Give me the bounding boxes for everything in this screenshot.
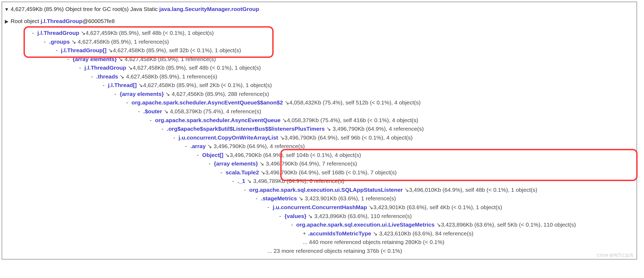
collapse-toggle[interactable]: -: [56, 46, 59, 55]
tree-row[interactable]: - Object[] ↘3,496,790Kb (64.9%), self 10…: [4, 151, 634, 160]
node-name[interactable]: org.apache.spark.scheduler.AsyncEventQue…: [132, 99, 283, 106]
node-name[interactable]: j.l.ThreadGroup: [85, 65, 126, 71]
node-name[interactable]: .org$apache$spark$util$ListenerBus$$list…: [167, 126, 325, 132]
collapse-toggle[interactable]: -: [173, 133, 177, 142]
tree-row[interactable]: - .$outer ↘ 4,058,379Kb (75.4%), 4 refer…: [4, 107, 634, 116]
collapse-toggle[interactable]: -: [91, 72, 95, 81]
tree-row[interactable]: ... 23 more referenced objects retaining…: [4, 247, 634, 256]
node-name[interactable]: j.u.concurrent.ConcurrentHashMap: [273, 204, 367, 210]
collapse-toggle[interactable]: -: [256, 194, 259, 203]
collapse-toggle[interactable]: -: [138, 107, 142, 116]
tree-row[interactable]: + .accumIdsToMetricType ↘ 3,423,610Kb (6…: [4, 229, 634, 238]
node-detail: ↘3,423,901Kb (63.6%), self 4Kb (< 0.1%),…: [367, 204, 502, 210]
node-name[interactable]: .accumIdsToMetricType: [308, 230, 371, 236]
tree-row[interactable]: - .stageMetrics ↘ 3,423,901Kb (63.6%), 1…: [4, 194, 634, 203]
node-name[interactable]: .$outer: [143, 108, 162, 114]
root-id: @600057fe8: [82, 18, 115, 24]
collapse-toggle[interactable]: -: [114, 90, 118, 99]
root-class-link[interactable]: j.l.ThreadGroup: [41, 18, 82, 24]
node-detail: ↘4,627,458Kb (85.9%), self 2Kb (< 0.1%),…: [137, 82, 272, 88]
collapse-toggle[interactable]: -: [32, 29, 36, 37]
header-percent: (85.9%): [44, 6, 64, 12]
collapse-toggle[interactable]: -: [44, 37, 48, 46]
collapse-toggle[interactable]: -: [197, 151, 201, 160]
tree-row[interactable]: ... 440 more referenced objects retainin…: [4, 238, 634, 247]
collapse-toggle[interactable]: -: [209, 159, 212, 168]
tree-row[interactable]: - {array elements} ↘ 4,627,458Kb (85.9%)…: [4, 55, 634, 64]
tree-row[interactable]: - j.l.ThreadGroup[] ↘4,627,458Kb (85.9%)…: [4, 46, 634, 55]
tree-row[interactable]: - j.u.concurrent.CopyOnWriteArrayList ↘3…: [4, 133, 634, 142]
header-label: Object tree for GC root(s) Java Static: [65, 6, 158, 12]
tree-row[interactable]: - .groups ↘ 4,627,458Kb (85.9%), 1 refer…: [4, 37, 634, 46]
tree-row[interactable]: - org.apache.spark.scheduler.AsyncEventQ…: [4, 116, 634, 125]
tree-row[interactable]: - scala.Tuple2 ↘3,496,790Kb (64.9%), sel…: [4, 168, 634, 177]
root-label: Root object: [11, 18, 39, 24]
node-detail: ↘ 4,058,379Kb (75.4%), 4 reference(s): [162, 108, 261, 114]
node-detail: ↘ 3,423,901Kb (63.6%), 1 reference(s): [297, 195, 396, 201]
node-detail: ↘ 3,423,610Kb (63.6%), 84 reference(s): [371, 230, 473, 236]
node-name[interactable]: .groups: [49, 39, 70, 45]
node-detail: ↘4,058,379Kb (75.4%), self 416b (< 0.1%)…: [281, 117, 418, 123]
node-name[interactable]: j.l.Thread[]: [108, 82, 137, 88]
header-root-link[interactable]: java.lang.SecurityManager.rootGroup: [159, 6, 259, 12]
tree-row[interactable]: - {array elements} ↘ 4,627,456Kb (85.9%)…: [4, 90, 634, 99]
node-name[interactable]: .array: [190, 143, 206, 149]
node-name[interactable]: Object[]: [202, 152, 223, 158]
collapse-toggle[interactable]: -: [162, 125, 165, 133]
collapse-toggle[interactable]: -: [244, 186, 248, 194]
tree-row[interactable]: - org.apache.spark.sql.execution.ui.Live…: [4, 220, 634, 229]
tree-row[interactable]: - j.l.ThreadGroup ↘4,627,458Kb (85.9%), …: [4, 63, 634, 72]
tree-row[interactable]: - j.l.Thread[] ↘4,627,458Kb (85.9%), sel…: [4, 81, 634, 90]
collapse-toggle[interactable]: -: [150, 116, 154, 125]
tree-row[interactable]: - {array elements} ↘ 3,496,790Kb (64.9%)…: [4, 159, 634, 168]
root-object-row[interactable]: ▶ Root object j.l.ThreadGroup@600057fe8: [4, 17, 634, 26]
tree-row[interactable]: - org.apache.spark.sql.execution.ui.SQLA…: [4, 186, 634, 194]
node-name[interactable]: j.l.ThreadGroup[]: [61, 47, 106, 53]
node-detail: ↘ 4,627,458Kb (85.9%), 1 reference(s): [118, 73, 217, 80]
collapse-toggle[interactable]: -: [279, 212, 283, 221]
tree-row[interactable]: - .array ↘ 3,496,790Kb (64.9%), 4 refere…: [4, 142, 634, 151]
node-detail: ↘ 4,627,458Kb (85.9%), 1 reference(s): [117, 56, 216, 62]
collapse-icon[interactable]: ▼: [4, 6, 9, 13]
node-name[interactable]: {array elements}: [73, 56, 117, 62]
node-name[interactable]: scala.Tuple2: [226, 169, 259, 175]
node-detail: ↘3,496,790Kb (64.9%), self 96b (< 0.1%),…: [278, 134, 413, 141]
collapse-toggle[interactable]: -: [232, 177, 236, 186]
tree-row[interactable]: - .org$apache$spark$util$ListenerBus$$li…: [4, 125, 634, 133]
header-row[interactable]: ▼ 4,627,459Kb (85.9%) Object tree for GC…: [4, 5, 634, 14]
tree-row[interactable]: - org.apache.spark.scheduler.AsyncEventQ…: [4, 98, 634, 107]
collapse-toggle[interactable]: -: [291, 220, 295, 229]
tree-row[interactable]: - .threads ↘ 4,627,458Kb (85.9%), 1 refe…: [4, 72, 634, 81]
collapse-toggle[interactable]: -: [185, 142, 189, 151]
node-name[interactable]: .threads: [96, 73, 118, 80]
node-name[interactable]: ._1: [237, 178, 245, 184]
node-detail: ↘4,058,432Kb (75.4%), self 512b (< 0.1%)…: [283, 99, 421, 106]
collapse-toggle[interactable]: -: [67, 55, 71, 64]
node-name[interactable]: org.apache.spark.sql.execution.ui.LiveSt…: [296, 221, 435, 228]
node-detail: ↘ 3,496,789Kb (64.9%), 6 reference(s): [245, 178, 344, 184]
node-detail: ↘ 3,496,790Kb (64.9%), 4 reference(s): [206, 143, 305, 149]
collapse-toggle[interactable]: -: [126, 98, 130, 107]
expand-icon[interactable]: ▶: [4, 18, 9, 25]
node-detail: ↘ 4,627,456Kb (85.9%), 288 reference(s): [164, 91, 269, 97]
node-name[interactable]: {array elements}: [120, 91, 164, 97]
node-name[interactable]: org.apache.spark.scheduler.AsyncEventQue…: [155, 117, 281, 123]
node-name[interactable]: .stageMetrics: [261, 195, 297, 201]
node-name[interactable]: org.apache.spark.sql.execution.ui.SQLApp…: [249, 187, 403, 193]
collapse-toggle[interactable]: -: [220, 168, 224, 177]
node-detail: ↘ 3,496,790Kb (64.9%), 7 reference(s): [258, 160, 357, 167]
tree-row[interactable]: - j.u.concurrent.ConcurrentHashMap ↘3,42…: [4, 203, 634, 212]
node-name[interactable]: {array elements}: [214, 160, 258, 167]
node-name[interactable]: {values}: [285, 213, 306, 219]
node-detail: ↘3,423,896Kb (63.6%), self 5Kb (< 0.1%),…: [435, 221, 576, 228]
tree-row[interactable]: - ._1 ↘ 3,496,789Kb (64.9%), 6 reference…: [4, 177, 634, 186]
collapse-toggle[interactable]: -: [103, 81, 106, 90]
collapse-toggle[interactable]: -: [267, 203, 271, 212]
tree-row[interactable]: - {values} ↘ 3,423,896Kb (63.6%), 110 re…: [4, 212, 634, 221]
node-name[interactable]: j.u.concurrent.CopyOnWriteArrayList: [179, 134, 278, 141]
expand-toggle[interactable]: +: [303, 229, 306, 238]
collapse-toggle[interactable]: -: [79, 63, 83, 72]
node-name[interactable]: j.l.ThreadGroup: [37, 30, 79, 36]
node-detail: ↘ 3,423,896Kb (63.6%), 110 reference(s): [306, 213, 412, 219]
tree-row[interactable]: - j.l.ThreadGroup ↘4,627,459Kb (85.9%), …: [4, 29, 634, 37]
